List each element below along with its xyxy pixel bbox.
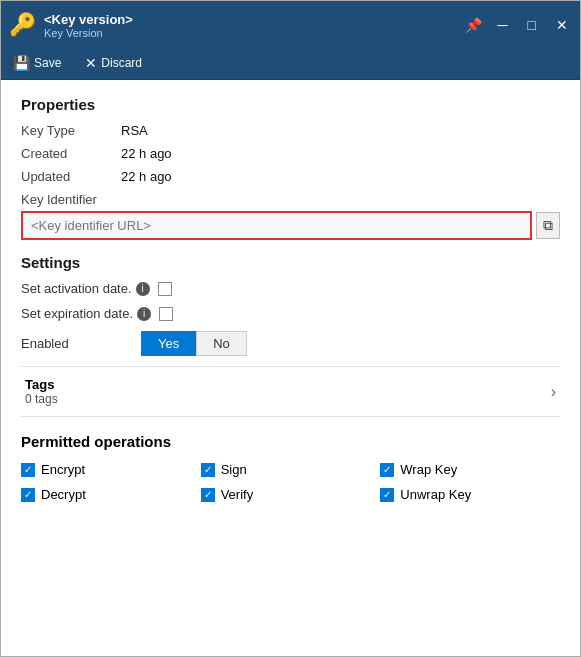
toggle-yes-button[interactable]: Yes <box>141 331 196 356</box>
window-title: <Key version> <box>44 12 133 27</box>
op-checkbox-encrypt[interactable] <box>21 463 35 477</box>
tags-count: 0 tags <box>25 392 58 406</box>
permitted-title: Permitted operations <box>21 433 560 450</box>
close-button[interactable]: ✕ <box>552 15 572 35</box>
op-checkbox-sign[interactable] <box>201 463 215 477</box>
title-bar: 🔑 <Key version> Key Version 📌 ─ □ ✕ <box>1 1 580 49</box>
op-label-encrypt: Encrypt <box>41 462 85 477</box>
expiration-label: Set expiration date. i <box>21 306 151 321</box>
activation-label: Set activation date. i <box>21 281 150 296</box>
key-type-row: Key Type RSA <box>21 123 560 138</box>
tags-title: Tags <box>25 377 58 392</box>
content-area: Properties Key Type RSA Created 22 h ago… <box>1 80 580 656</box>
key-type-label: Key Type <box>21 123 121 138</box>
permitted-operations-section: Permitted operations Encrypt Sign Wrap K… <box>21 433 560 502</box>
op-label-wrap key: Wrap Key <box>400 462 457 477</box>
op-checkbox-unwrap key[interactable] <box>380 488 394 502</box>
window-subtitle: Key Version <box>44 27 133 39</box>
discard-label: Discard <box>101 56 142 70</box>
key-identifier-input[interactable] <box>21 211 532 240</box>
main-window: 🔑 <Key version> Key Version 📌 ─ □ ✕ 💾 Sa… <box>0 0 581 657</box>
op-label-sign: Sign <box>221 462 247 477</box>
created-value: 22 h ago <box>121 146 172 161</box>
enabled-toggle: Yes No <box>141 331 247 356</box>
op-label-verify: Verify <box>221 487 254 502</box>
pin-icon[interactable]: 📌 <box>465 17 482 33</box>
key-type-value: RSA <box>121 123 148 138</box>
key-icon: 🔑 <box>9 12 36 38</box>
settings-section: Settings Set activation date. i Set expi… <box>21 254 560 356</box>
operation-item: Encrypt <box>21 462 201 477</box>
properties-title: Properties <box>21 96 560 113</box>
restore-button[interactable]: □ <box>524 15 540 35</box>
discard-button[interactable]: ✕ Discard <box>81 53 146 73</box>
expiration-checkbox[interactable] <box>159 307 173 321</box>
save-button[interactable]: 💾 Save <box>9 53 65 73</box>
toggle-no-button[interactable]: No <box>196 331 247 356</box>
key-identifier-label: Key Identifier <box>21 192 560 207</box>
save-label: Save <box>34 56 61 70</box>
operation-item: Unwrap Key <box>380 487 560 502</box>
save-icon: 💾 <box>13 55 30 71</box>
key-id-row: ⧉ <box>21 211 560 240</box>
toolbar: 💾 Save ✕ Discard <box>1 49 580 80</box>
title-bar-right: 📌 ─ □ ✕ <box>465 15 572 35</box>
settings-title: Settings <box>21 254 560 271</box>
op-checkbox-decrypt[interactable] <box>21 488 35 502</box>
op-label-unwrap key: Unwrap Key <box>400 487 471 502</box>
operation-item: Verify <box>201 487 381 502</box>
tags-row[interactable]: Tags 0 tags › <box>21 366 560 417</box>
updated-value: 22 h ago <box>121 169 172 184</box>
properties-section: Properties Key Type RSA Created 22 h ago… <box>21 96 560 240</box>
created-label: Created <box>21 146 121 161</box>
enabled-label: Enabled <box>21 336 141 351</box>
activation-checkbox[interactable] <box>158 282 172 296</box>
op-checkbox-verify[interactable] <box>201 488 215 502</box>
title-bar-left: 🔑 <Key version> Key Version <box>9 12 133 39</box>
activation-row: Set activation date. i <box>21 281 560 296</box>
minimize-button[interactable]: ─ <box>494 15 512 35</box>
operations-grid: Encrypt Sign Wrap Key Decrypt Verify Unw… <box>21 462 560 502</box>
operation-item: Sign <box>201 462 381 477</box>
op-checkbox-wrap key[interactable] <box>380 463 394 477</box>
op-label-decrypt: Decrypt <box>41 487 86 502</box>
updated-row: Updated 22 h ago <box>21 169 560 184</box>
updated-label: Updated <box>21 169 121 184</box>
operation-item: Decrypt <box>21 487 201 502</box>
enabled-row: Enabled Yes No <box>21 331 560 356</box>
activation-info-icon[interactable]: i <box>136 282 150 296</box>
expiration-row: Set expiration date. i <box>21 306 560 321</box>
expiration-info-icon[interactable]: i <box>137 307 151 321</box>
copy-button[interactable]: ⧉ <box>536 212 560 239</box>
operation-item: Wrap Key <box>380 462 560 477</box>
title-text: <Key version> Key Version <box>44 12 133 39</box>
created-row: Created 22 h ago <box>21 146 560 161</box>
tags-content: Tags 0 tags <box>25 377 58 406</box>
tags-chevron-icon: › <box>551 383 556 401</box>
discard-icon: ✕ <box>85 55 97 71</box>
